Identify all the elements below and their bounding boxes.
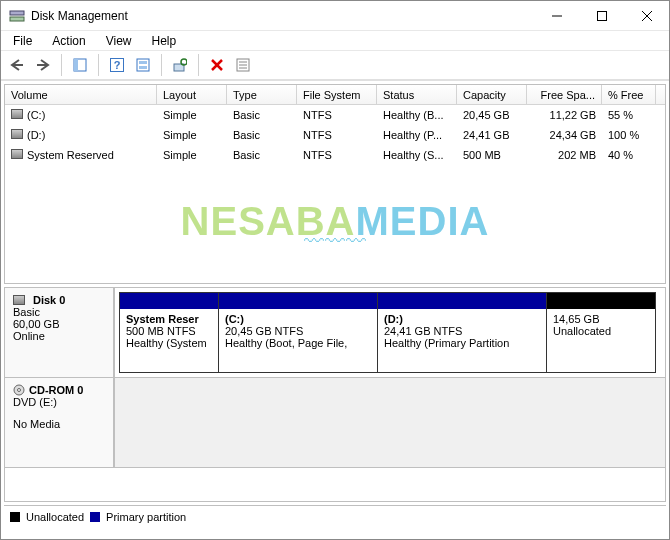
back-button[interactable] [5, 53, 29, 77]
cell-type: Basic [227, 109, 297, 121]
col-filesystem[interactable]: File System [297, 85, 377, 104]
forward-button[interactable] [31, 53, 55, 77]
partition-status: Healthy (Boot, Page File, [225, 337, 371, 349]
cell-capacity: 20,45 GB [457, 109, 527, 121]
svg-rect-9 [74, 59, 78, 71]
volume-name: (C:) [27, 109, 45, 121]
col-capacity[interactable]: Capacity [457, 85, 527, 104]
volume-row[interactable]: (D:) Simple Basic NTFS Healthy (P... 24,… [5, 125, 665, 145]
cell-fs: NTFS [297, 109, 377, 121]
col-status[interactable]: Status [377, 85, 457, 104]
legend-swatch-unallocated [10, 512, 20, 522]
legend-swatch-primary [90, 512, 100, 522]
cell-status: Healthy (P... [377, 129, 457, 141]
disk-info[interactable]: CD-ROM 0 DVD (E:) No Media [5, 378, 115, 467]
svg-rect-14 [139, 66, 147, 69]
maximize-button[interactable] [579, 1, 624, 31]
col-layout[interactable]: Layout [157, 85, 227, 104]
disk-info[interactable]: Disk 0 Basic 60,00 GB Online [5, 288, 115, 377]
legend: Unallocated Primary partition [4, 505, 666, 527]
partition-status: Unallocated [553, 325, 649, 337]
col-freespace[interactable]: Free Spa... [527, 85, 602, 104]
disk-row-cdrom0: CD-ROM 0 DVD (E:) No Media [5, 378, 665, 468]
partition-unallocated[interactable]: 14,65 GB Unallocated [546, 292, 656, 373]
partition-name: (D:) [384, 313, 540, 325]
cell-layout: Simple [157, 109, 227, 121]
svg-rect-13 [139, 61, 147, 64]
titlebar: Disk Management [1, 1, 669, 31]
cell-pct: 55 % [602, 109, 656, 121]
properties-button[interactable] [231, 53, 255, 77]
svg-rect-0 [10, 11, 24, 15]
cell-layout: Simple [157, 149, 227, 161]
partition-size: 500 MB NTFS [126, 325, 212, 337]
svg-rect-12 [137, 59, 149, 71]
cell-layout: Simple [157, 129, 227, 141]
disk-size: 60,00 GB [13, 318, 105, 330]
partition-bar [219, 293, 377, 309]
help-button[interactable]: ? [105, 53, 129, 77]
settings-button[interactable] [131, 53, 155, 77]
cell-pct: 40 % [602, 149, 656, 161]
menubar: File Action View Help [1, 31, 669, 51]
cdrom-empty-area [115, 378, 665, 467]
window-title: Disk Management [31, 9, 128, 23]
volume-row[interactable]: System Reserved Simple Basic NTFS Health… [5, 145, 665, 165]
cell-type: Basic [227, 129, 297, 141]
partition-size: 20,45 GB NTFS [225, 325, 371, 337]
legend-label-primary: Primary partition [106, 511, 186, 523]
show-hide-console-tree-button[interactable] [68, 53, 92, 77]
toolbar: ? [1, 51, 669, 81]
partition-bar [120, 293, 218, 309]
watermark: NESABAMEDIA 〰〰〰 [5, 199, 665, 253]
volume-name: (D:) [27, 129, 45, 141]
cdrom-icon [13, 384, 25, 396]
cell-capacity: 500 MB [457, 149, 527, 161]
svg-text:?: ? [114, 59, 121, 71]
disk-icon [13, 295, 25, 305]
cell-pct: 100 % [602, 129, 656, 141]
disk-status: No Media [13, 418, 105, 430]
svg-rect-1 [10, 17, 24, 21]
delete-button[interactable] [205, 53, 229, 77]
disk-type: Basic [13, 306, 105, 318]
refresh-button[interactable] [168, 53, 192, 77]
partition-name: (C:) [225, 313, 371, 325]
graphical-view: Disk 0 Basic 60,00 GB Online System Rese… [4, 287, 666, 502]
disk-name: CD-ROM 0 [29, 384, 83, 396]
col-type[interactable]: Type [227, 85, 297, 104]
partition-c[interactable]: (C:) 20,45 GB NTFS Healthy (Boot, Page F… [218, 292, 378, 373]
partition-system-reserved[interactable]: System Reser 500 MB NTFS Healthy (System [119, 292, 219, 373]
menu-help[interactable]: Help [144, 32, 185, 50]
disk-type: DVD (E:) [13, 396, 105, 408]
col-pctfree[interactable]: % Free [602, 85, 656, 104]
svg-point-24 [18, 389, 21, 392]
cell-free: 24,34 GB [527, 129, 602, 141]
menu-action[interactable]: Action [44, 32, 93, 50]
minimize-button[interactable] [534, 1, 579, 31]
volume-name: System Reserved [27, 149, 114, 161]
menu-file[interactable]: File [5, 32, 40, 50]
partition-bar [378, 293, 546, 309]
disk-partitions: System Reser 500 MB NTFS Healthy (System… [115, 288, 665, 377]
disk-row-disk0: Disk 0 Basic 60,00 GB Online System Rese… [5, 288, 665, 378]
partition-status: Healthy (System [126, 337, 212, 349]
legend-label-unallocated: Unallocated [26, 511, 84, 523]
volume-icon [11, 149, 23, 159]
col-volume[interactable]: Volume [5, 85, 157, 104]
partition-bar [547, 293, 655, 309]
cell-fs: NTFS [297, 149, 377, 161]
volume-list-header: Volume Layout Type File System Status Ca… [5, 85, 665, 105]
menu-view[interactable]: View [98, 32, 140, 50]
volume-icon [11, 129, 23, 139]
disk-name: Disk 0 [33, 294, 65, 306]
volume-row[interactable]: (C:) Simple Basic NTFS Healthy (B... 20,… [5, 105, 665, 125]
disk-status: Online [13, 330, 105, 342]
partition-name: System Reser [126, 313, 212, 325]
partition-size: 24,41 GB NTFS [384, 325, 540, 337]
cell-free: 11,22 GB [527, 109, 602, 121]
close-button[interactable] [624, 1, 669, 31]
volume-icon [11, 109, 23, 119]
partition-size: 14,65 GB [553, 313, 649, 325]
partition-d[interactable]: (D:) 24,41 GB NTFS Healthy (Primary Part… [377, 292, 547, 373]
